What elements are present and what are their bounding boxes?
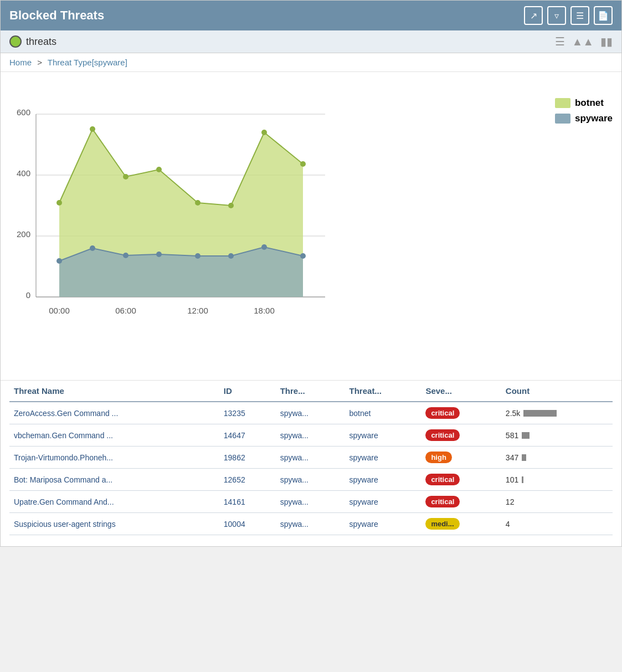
- svg-text:06:00: 06:00: [115, 306, 136, 315]
- cell-threat: spyware: [345, 424, 421, 447]
- svg-text:00:00: 00:00: [49, 306, 70, 315]
- cell-threat: botnet: [345, 402, 421, 424]
- svg-point-18: [123, 174, 128, 179]
- svg-point-28: [195, 253, 201, 259]
- svg-text:600: 600: [17, 107, 30, 117]
- threats-table: Threat Name ID Thre... Threat... Seve...…: [9, 381, 613, 535]
- cell-count: 347: [501, 447, 613, 469]
- cell-count: 2.5k: [501, 402, 613, 424]
- cell-count: 581: [501, 424, 613, 447]
- legend-label-botnet: botnet: [575, 98, 604, 109]
- breadcrumb-current[interactable]: Threat Type[spyware]: [48, 58, 127, 67]
- svg-point-19: [156, 167, 162, 172]
- bar-chart-icon[interactable]: ▮▮: [600, 35, 613, 48]
- svg-point-25: [90, 245, 95, 251]
- cell-id: 19862: [219, 447, 276, 469]
- severity-badge: medi...: [425, 518, 459, 530]
- cell-name[interactable]: Suspicious user-agent strings: [9, 513, 219, 535]
- count-bar: [522, 454, 526, 461]
- cell-name[interactable]: Trojan-Virtumondo.Phoneh...: [9, 447, 219, 469]
- report-icon[interactable]: 📄: [594, 6, 613, 25]
- chart-legend: botnet spyware: [555, 81, 613, 129]
- cell-severity: critical: [421, 402, 501, 424]
- area-chart-icon[interactable]: ▲▲: [572, 35, 594, 48]
- header-icon-group: ↗ ▿ ☰ 📄: [524, 6, 613, 25]
- status-indicator: [9, 35, 22, 48]
- cell-name[interactable]: Bot: Mariposa Command a...: [9, 469, 219, 491]
- header: Blocked Threats ↗ ▿ ☰ 📄: [1, 1, 621, 30]
- count-value: 347: [506, 453, 518, 462]
- list-icon[interactable]: ☰: [570, 6, 589, 25]
- severity-badge: critical: [425, 496, 460, 507]
- count-bar: [522, 432, 530, 439]
- legend-item-spyware: spyware: [555, 113, 613, 124]
- svg-text:0: 0: [26, 290, 30, 300]
- table-row: vbcheman.Gen Command ... 14647 spywa... …: [9, 424, 613, 447]
- cell-severity: medi...: [421, 513, 501, 535]
- data-source-label: threats: [26, 36, 56, 48]
- cell-type: spywa...: [276, 513, 345, 535]
- cell-name[interactable]: Upatre.Gen Command And...: [9, 491, 219, 513]
- breadcrumb-separator: >: [37, 58, 42, 67]
- cell-threat: spyware: [345, 491, 421, 513]
- cell-severity: critical: [421, 469, 501, 491]
- subheader: threats ☰ ▲▲ ▮▮: [1, 30, 621, 53]
- count-bar-container: 12: [506, 497, 608, 506]
- cell-name[interactable]: vbcheman.Gen Command ...: [9, 424, 219, 447]
- svg-point-16: [56, 200, 62, 206]
- cell-type: spywa...: [276, 447, 345, 469]
- cell-threat: spyware: [345, 447, 421, 469]
- count-value: 4: [506, 520, 510, 529]
- cell-name[interactable]: ZeroAccess.Gen Command ...: [9, 402, 219, 424]
- svg-point-20: [195, 200, 201, 206]
- col-severity: Seve...: [421, 381, 501, 402]
- legend-item-botnet: botnet: [555, 98, 613, 109]
- col-count: Count: [501, 381, 613, 402]
- cell-type: spywa...: [276, 469, 345, 491]
- svg-point-24: [56, 258, 62, 264]
- count-bar-container: 581: [506, 431, 608, 440]
- count-value: 581: [506, 431, 518, 440]
- svg-text:18:00: 18:00: [254, 306, 275, 315]
- subheader-right: ☰ ▲▲ ▮▮: [555, 35, 613, 48]
- cell-severity: high: [421, 447, 501, 469]
- count-bar: [523, 410, 557, 417]
- breadcrumb-home[interactable]: Home: [9, 58, 32, 67]
- chart-wrapper: 600 400 200 0 00:00 06:00 12:00 18:00: [9, 81, 544, 369]
- col-threat-name: Threat Name: [9, 381, 219, 402]
- severity-badge: critical: [425, 407, 460, 419]
- page-title: Blocked Threats: [9, 8, 104, 23]
- svg-point-22: [261, 130, 267, 135]
- export-icon[interactable]: ↗: [524, 6, 543, 25]
- count-bar: [522, 476, 523, 483]
- cell-count: 12: [501, 491, 613, 513]
- count-bar-container: 101: [506, 475, 608, 484]
- count-value: 12: [506, 497, 515, 506]
- severity-badge: critical: [425, 474, 460, 485]
- table-section: Threat Name ID Thre... Threat... Seve...…: [1, 381, 621, 546]
- table-row: Bot: Mariposa Command a... 12652 spywa..…: [9, 469, 613, 491]
- svg-point-23: [300, 161, 306, 167]
- subheader-left: threats: [9, 35, 56, 48]
- cell-severity: critical: [421, 424, 501, 447]
- cell-id: 13235: [219, 402, 276, 424]
- cell-severity: critical: [421, 491, 501, 513]
- svg-point-17: [90, 126, 95, 132]
- cell-threat: spyware: [345, 469, 421, 491]
- cell-threat: spyware: [345, 513, 421, 535]
- sort-icon[interactable]: ☰: [555, 35, 565, 48]
- cell-id: 14161: [219, 491, 276, 513]
- cell-type: spywa...: [276, 491, 345, 513]
- area-chart: 600 400 200 0 00:00 06:00 12:00 18:00: [9, 81, 331, 369]
- table-header-row: Threat Name ID Thre... Threat... Seve...…: [9, 381, 613, 402]
- svg-point-27: [156, 252, 162, 257]
- table-row: Suspicious user-agent strings 10004 spyw…: [9, 513, 613, 535]
- breadcrumb: Home > Threat Type[spyware]: [1, 53, 621, 72]
- filter-icon[interactable]: ▿: [547, 6, 566, 25]
- cell-count: 101: [501, 469, 613, 491]
- svg-point-30: [261, 244, 267, 250]
- svg-text:400: 400: [17, 168, 30, 178]
- svg-text:200: 200: [17, 229, 30, 239]
- svg-point-31: [300, 253, 306, 259]
- count-value: 101: [506, 475, 518, 484]
